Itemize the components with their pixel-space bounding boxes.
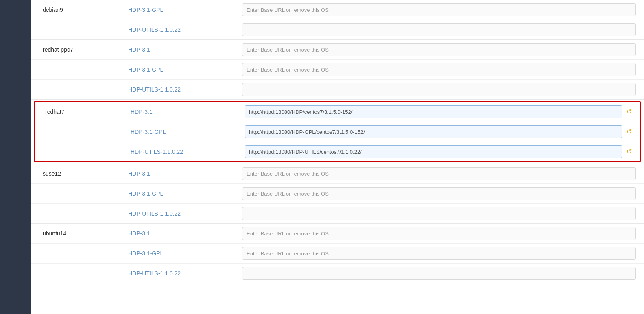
table-row: HDP-UTILS-1.1.0.22↺ [35,142,640,161]
repo-name-label: HDP-3.1-GPL [128,250,242,257]
os-name-suse12: suse12 [39,170,128,177]
repo-name-label: HDP-UTILS-1.1.0.22 [128,270,242,277]
repo-name-label: HDP-UTILS-1.1.0.22 [131,148,245,155]
url-input[interactable] [242,3,636,16]
os-name-ubuntu14: ubuntu14 [39,230,128,237]
url-cell: ↺ [245,125,633,138]
url-input[interactable] [242,207,636,220]
os-sections-container: debian9HDP-3.1-GPLHDP-UTILS-1.1.0.22redh… [31,0,644,283]
repo-name-label: HDP-3.1-GPL [128,190,242,197]
url-input[interactable] [245,125,622,138]
url-input[interactable] [242,43,636,56]
url-cell [242,63,636,76]
reset-button[interactable]: ↺ [625,108,633,116]
table-row: debian9HDP-3.1-GPL [31,0,644,20]
url-input[interactable] [242,227,636,240]
os-section-ubuntu14: ubuntu14HDP-3.1HDP-3.1-GPLHDP-UTILS-1.1.… [31,224,644,283]
os-name-redhat7: redhat7 [41,109,131,115]
url-cell [242,247,636,260]
url-input[interactable] [242,247,636,260]
table-row: HDP-UTILS-1.1.0.22 [31,20,644,39]
table-row: HDP-UTILS-1.1.0.22 [31,204,644,223]
os-name-debian9: debian9 [39,7,128,13]
url-input[interactable] [242,23,636,36]
table-row: HDP-3.1-GPL↺ [35,122,640,142]
url-cell: ↺ [245,145,633,158]
repo-name-label: HDP-3.1-GPL [128,66,242,73]
url-cell [242,267,636,280]
repo-name-label: HDP-3.1 [128,230,242,237]
url-input[interactable] [242,167,636,180]
repo-name-label: HDP-UTILS-1.1.0.22 [128,210,242,217]
url-input[interactable] [242,187,636,200]
repo-name-label: HDP-3.1 [128,46,242,53]
table-row: HDP-UTILS-1.1.0.22 [31,264,644,283]
table-row: suse12HDP-3.1 [31,164,644,184]
repo-name-label: HDP-UTILS-1.1.0.22 [128,26,242,33]
url-cell [242,43,636,56]
table-row: HDP-3.1-GPL [31,60,644,80]
url-cell [242,167,636,180]
os-section-redhat7: redhat7HDP-3.1↺HDP-3.1-GPL↺HDP-UTILS-1.1… [34,101,641,162]
repo-name-label: HDP-3.1 [131,109,245,115]
url-input[interactable] [242,267,636,280]
url-cell [242,3,636,16]
os-section-suse12: suse12HDP-3.1HDP-3.1-GPLHDP-UTILS-1.1.0.… [31,164,644,224]
os-name-redhat-ppc7: redhat-ppc7 [39,46,128,53]
main-content: debian9HDP-3.1-GPLHDP-UTILS-1.1.0.22redh… [31,0,644,314]
sidebar [0,0,31,314]
repo-name-label: HDP-3.1 [128,170,242,177]
url-cell [242,207,636,220]
repo-name-label: HDP-3.1-GPL [131,129,245,135]
url-input[interactable] [245,105,622,118]
url-cell [242,23,636,36]
reset-button[interactable]: ↺ [625,128,633,136]
reset-button[interactable]: ↺ [625,148,633,156]
table-row: HDP-UTILS-1.1.0.22 [31,80,644,99]
repo-name-label: HDP-3.1-GPL [128,7,242,13]
url-cell [242,187,636,200]
url-input[interactable] [242,83,636,96]
url-cell [242,227,636,240]
table-row: HDP-3.1-GPL [31,184,644,204]
table-row: redhat7HDP-3.1↺ [35,102,640,122]
os-section-debian9: debian9HDP-3.1-GPLHDP-UTILS-1.1.0.22 [31,0,644,40]
os-section-redhat-ppc7: redhat-ppc7HDP-3.1HDP-3.1-GPLHDP-UTILS-1… [31,40,644,100]
table-row: redhat-ppc7HDP-3.1 [31,40,644,60]
repo-name-label: HDP-UTILS-1.1.0.22 [128,86,242,93]
table-row: ubuntu14HDP-3.1 [31,224,644,244]
url-cell [242,83,636,96]
url-input[interactable] [245,145,622,158]
url-input[interactable] [242,63,636,76]
url-cell: ↺ [245,105,633,118]
table-row: HDP-3.1-GPL [31,244,644,264]
